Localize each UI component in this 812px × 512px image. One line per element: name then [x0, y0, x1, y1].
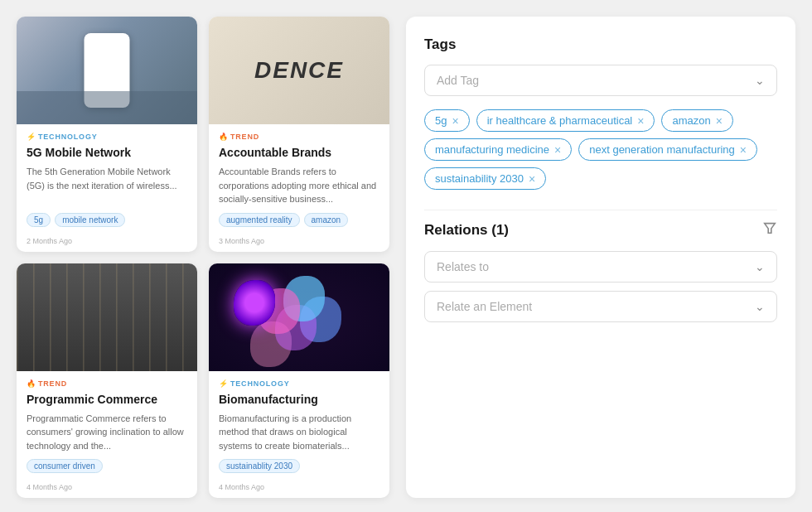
card-programmic-time: 4 Months Ago: [27, 483, 187, 491]
chip-amazon-label: amazon: [672, 114, 710, 127]
card-5g[interactable]: ⚡ TECHNOLOGY 5G Mobile Network The 5th G…: [17, 17, 197, 252]
card-brands-image: [209, 17, 389, 124]
chip-manufacturing-medicine-label: manufacturing medicine: [435, 143, 549, 156]
card-bio-desc: Biomanufacturing is a production method …: [219, 412, 379, 453]
tech-icon-2: ⚡: [219, 379, 227, 388]
card-5g-body: ⚡ TECHNOLOGY 5G Mobile Network The 5th G…: [17, 124, 197, 252]
chip-sustainability-2030-remove[interactable]: ×: [529, 173, 535, 185]
relates-to-label: Relates to: [437, 260, 489, 273]
chip-next-gen: next generation manufacturing ×: [578, 138, 757, 161]
chip-healthcare-remove[interactable]: ×: [637, 115, 644, 127]
card-5g-image: [17, 17, 197, 124]
tag-5g[interactable]: 5g: [27, 213, 51, 227]
card-5g-time: 2 Months Ago: [27, 237, 187, 245]
card-bio-category: ⚡ TECHNOLOGY: [219, 379, 379, 388]
card-brands-title: Accountable Brands: [219, 145, 379, 160]
relates-to-chevron-icon: ⌄: [755, 260, 765, 273]
card-bio[interactable]: ⚡ TECHNOLOGY Biomanufacturing Biomanufac…: [209, 263, 389, 499]
card-programmic-tags: consumer driven: [27, 459, 187, 473]
tech-icon: ⚡: [27, 133, 35, 141]
chip-sustainability-2030: sustainability 2030 ×: [424, 167, 546, 190]
chip-5g-remove[interactable]: ×: [452, 115, 458, 127]
svg-marker-0: [765, 224, 776, 234]
chip-healthcare: ir healthcare & pharmaceutical ×: [476, 109, 655, 132]
card-programmic-image: [17, 263, 197, 371]
chip-5g: 5g ×: [424, 109, 470, 132]
sidebar-panel: Tags Add Tag ⌄ 5g × ir healthcare & phar…: [406, 17, 795, 498]
card-brands-body: 🔥 TREND Accountable Brands Accountable B…: [209, 124, 389, 252]
chip-healthcare-label: ir healthcare & pharmaceutical: [487, 114, 633, 127]
relate-element-chevron-icon: ⌄: [755, 300, 765, 313]
card-5g-tags: 5g mobile network: [27, 213, 187, 227]
card-brands-category: 🔥 TREND: [219, 133, 379, 141]
card-bio-time: 4 Months Ago: [219, 483, 379, 491]
tag-ar[interactable]: augmented reality: [219, 213, 300, 227]
relate-element-label: Relate an Element: [437, 300, 532, 313]
card-5g-desc: The 5th Generation Mobile Network (5G) i…: [27, 165, 187, 206]
card-bio-title: Biomanufacturing: [219, 392, 379, 407]
card-programmic[interactable]: 🔥 TREND Programmic Commerce Programmatic…: [17, 263, 197, 499]
add-tag-chevron-icon: ⌄: [755, 74, 765, 87]
relate-element-dropdown[interactable]: Relate an Element ⌄: [424, 291, 777, 322]
chip-next-gen-remove[interactable]: ×: [740, 144, 747, 156]
card-bio-tags: sustainablity 2030: [219, 459, 379, 473]
relations-title: Relations (1): [424, 222, 509, 239]
tag-sustainability[interactable]: sustainablity 2030: [219, 459, 300, 473]
card-brands-desc: Accountable Brands refers to corporation…: [219, 165, 379, 206]
card-5g-title: 5G Mobile Network: [27, 145, 187, 160]
chip-next-gen-label: next generation manufacturing: [589, 143, 735, 156]
chip-5g-label: 5g: [435, 114, 447, 127]
card-programmic-body: 🔥 TREND Programmic Commerce Programmatic…: [17, 371, 197, 499]
card-programmic-title: Programmic Commerce: [27, 392, 187, 407]
card-brands[interactable]: 🔥 TREND Accountable Brands Accountable B…: [209, 17, 389, 252]
tag-amazon[interactable]: amazon: [304, 213, 349, 227]
cards-grid: ⚡ TECHNOLOGY 5G Mobile Network The 5th G…: [17, 17, 389, 498]
card-brands-tags: augmented reality amazon: [219, 213, 379, 227]
add-tag-label: Add Tag: [437, 74, 479, 87]
tags-grid: 5g × ir healthcare & pharmaceutical × am…: [424, 109, 777, 190]
chip-manufacturing-medicine: manufacturing medicine ×: [424, 138, 572, 161]
trend-icon-2: 🔥: [27, 379, 35, 388]
tags-title: Tags: [424, 36, 777, 53]
trend-icon: 🔥: [219, 133, 227, 141]
card-bio-image: [209, 263, 389, 371]
add-tag-dropdown[interactable]: Add Tag ⌄: [424, 65, 777, 96]
filter-icon[interactable]: [762, 220, 777, 239]
card-brands-time: 3 Months Ago: [219, 237, 379, 245]
chip-manufacturing-medicine-remove[interactable]: ×: [554, 144, 561, 156]
relations-header: Relations (1): [424, 220, 777, 239]
chip-amazon: amazon ×: [661, 109, 732, 132]
card-programmic-category: 🔥 TREND: [27, 379, 187, 388]
tag-consumer[interactable]: consumer driven: [27, 459, 103, 473]
chip-amazon-remove[interactable]: ×: [716, 115, 723, 127]
tag-mobile-network[interactable]: mobile network: [55, 213, 125, 227]
divider: [424, 210, 777, 210]
card-bio-body: ⚡ TECHNOLOGY Biomanufacturing Biomanufac…: [209, 371, 389, 499]
chip-sustainability-2030-label: sustainability 2030: [435, 172, 524, 185]
card-programmic-desc: Programmatic Commerce refers to consumer…: [27, 412, 187, 453]
card-5g-category: ⚡ TECHNOLOGY: [27, 133, 187, 141]
main-container: ⚡ TECHNOLOGY 5G Mobile Network The 5th G…: [0, 0, 812, 512]
relates-to-dropdown[interactable]: Relates to ⌄: [424, 251, 777, 283]
